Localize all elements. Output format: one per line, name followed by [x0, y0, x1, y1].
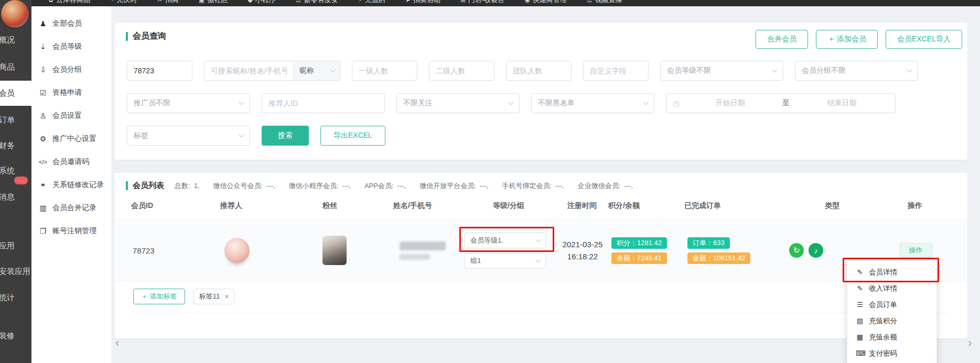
sidebar-item-label: 资格申请 [52, 88, 82, 97]
topbar-item-10[interactable]: ◉快递商管理 [524, 0, 566, 5]
reg-time: 16:18:22 [557, 250, 608, 262]
topbar-item-cloud-stock[interactable]: ✿云库存商品 [48, 0, 90, 5]
sidebar-item-label: 全部会员 [52, 19, 82, 28]
tag-select[interactable]: 标签 [127, 126, 250, 146]
add-member-button[interactable]: ＋ 添加会员 [816, 30, 878, 49]
sidebar-item-member-levels[interactable]: ⇣会员等级 [31, 35, 111, 58]
rail-item-products[interactable]: 商品 [0, 54, 31, 80]
member-group-select[interactable]: 会员分组不限 [795, 61, 918, 81]
member-admin-screen: ✿云库存商品 ◔先决时 ⚑招商 ▣微社区 ◆小程序 ☰新零售发变 ⚡充值的 ➤拍… [0, 0, 980, 363]
rail-item-install-apps[interactable]: 安装应用 [0, 259, 31, 284]
cell-fans [322, 236, 393, 265]
cell-completed-orders: 订单：633 金额：106151.42 [684, 237, 787, 264]
col-reg-time: 注册时间 [556, 201, 608, 211]
menu-item-recharge-balance[interactable]: ▦充值余额 [847, 329, 936, 345]
row-action-button[interactable]: 操作 [900, 243, 932, 258]
topbar-item-6[interactable]: ☰新零售发变 [296, 0, 338, 5]
rail-item-statistics[interactable]: 统计 [0, 285, 31, 310]
rail-item-decoration[interactable]: 装修 [0, 323, 31, 348]
blacklist-select[interactable]: 不限黑名单 [531, 93, 654, 113]
referrer-id-input[interactable] [262, 93, 385, 113]
scroll-left-arrow[interactable]: ‹ [115, 338, 119, 348]
rail-item-members[interactable]: 会员 [0, 81, 31, 106]
rail-item-finance[interactable]: 财务 [0, 133, 31, 158]
topbar-item-9[interactable]: ⊞门店-收银台 [460, 0, 504, 5]
date-to-label: 至 [777, 98, 795, 108]
sidebar-item-label: 推广中心设置 [52, 134, 96, 144]
member-level-select[interactable]: 会员等级不限 [660, 61, 783, 81]
end-date-field[interactable]: 结束日期 [795, 98, 889, 108]
follow-select[interactable]: 不限关注 [396, 93, 520, 113]
bolt-icon: ⚡ [358, 0, 362, 4]
team-count-input[interactable] [506, 61, 572, 81]
remove-tag-icon[interactable]: × [224, 292, 229, 301]
search-input[interactable] [204, 61, 294, 81]
promoter-select[interactable]: 推广员不限 [127, 93, 250, 113]
level1-count-input[interactable] [352, 61, 417, 81]
menu-item-pay-password[interactable]: ⌨支付密码 [847, 345, 936, 361]
menu-item-income-detail[interactable]: ✎收入详情 [847, 280, 936, 296]
search-button[interactable]: 搜索 [262, 126, 309, 146]
list-card-title: 会员列表 [126, 181, 164, 191]
rail-item-messages[interactable]: 消息 [0, 184, 31, 210]
topbar-item-2[interactable]: ◔先决时 [110, 0, 137, 5]
member-id-input[interactable] [127, 61, 192, 81]
row-group-select[interactable]: 组1 [465, 253, 546, 269]
tag-row: ＋ 添加标签 标签11 × [133, 289, 949, 313]
menu-item-member-orders[interactable]: ☰会员订单 [847, 296, 936, 313]
top-navbar-items: ✿云库存商品 ◔先决时 ⚑招商 ▣微社区 ◆小程序 ☰新零售发变 ⚡充值的 ➤拍… [0, 0, 980, 5]
topbar-item-3[interactable]: ⚑招商 [157, 0, 179, 5]
menu-item-member-detail[interactable]: ✎会员详情 [847, 264, 936, 280]
export-excel-button[interactable]: 导出EXCEL [320, 126, 385, 146]
user-avatar[interactable] [1, 0, 29, 28]
members-icon: ♟ [38, 19, 48, 28]
query-card-title: 会员查询 [126, 31, 166, 42]
sidebar-item-promotion-settings[interactable]: ⚙推广中心设置 [31, 127, 111, 150]
add-tag-button[interactable]: ＋ 添加标签 [133, 289, 185, 304]
topbar-item-11[interactable]: ☰视频直播 [587, 0, 622, 5]
merge-members-button[interactable]: 合并会员 [756, 30, 808, 49]
topbar-item-label: 快递商管理 [533, 0, 567, 5]
topbar-item-7[interactable]: ⚡充值的 [358, 0, 385, 5]
rail-item-overview[interactable]: 概况 [0, 27, 31, 52]
sidebar-item-account-cancel[interactable]: ❐账号注销管理 [31, 219, 111, 243]
stat-phone-bound: 手机号绑定会员:---, [502, 181, 564, 191]
search-type-select[interactable]: 昵称 [294, 61, 340, 81]
col-level-group: 等级/分组 [461, 201, 556, 211]
menu-item-recharge-points[interactable]: ▤充值积分 [847, 313, 936, 329]
link-icon: ⚭ [38, 181, 48, 189]
topbar-item-5[interactable]: ◆小程序 [247, 0, 275, 5]
member-group-value: 会员分组不限 [802, 66, 846, 75]
sidebar-item-qualification[interactable]: ☑资格申请 [31, 81, 111, 104]
date-range-picker[interactable]: ◷ 开始日期 至 结束日期 [666, 93, 896, 113]
topbar-item-label: 招商 [165, 0, 179, 5]
excel-import-button[interactable]: 会员EXCEL导入 [886, 30, 962, 49]
rail-item-orders[interactable]: 订单 [0, 107, 31, 133]
chevron-down-icon [907, 68, 912, 73]
scroll-right-arrow[interactable]: › [968, 338, 972, 348]
sidebar-item-all-members[interactable]: ♟全部会员 [31, 12, 111, 35]
sidebar-item-invite-code[interactable]: </>会员邀请码 [31, 150, 111, 173]
start-date-field[interactable]: 开始日期 [683, 98, 777, 108]
chevron-down-icon [772, 68, 778, 73]
fans-avatar[interactable] [322, 236, 347, 265]
col-member-id: 会员ID [131, 201, 220, 211]
custom-field-input[interactable] [583, 61, 649, 81]
topbar-item-8[interactable]: ➤拍卖启动 [405, 0, 440, 5]
col-name-phone: 姓名/手机号 [393, 201, 461, 211]
community-icon: ▣ [199, 0, 204, 4]
table-header: 会员ID 推荐人 粉丝 姓名/手机号 等级/分组 注册时间 积分/余额 已完成订… [114, 201, 967, 211]
list-icon: ☰ [856, 301, 864, 309]
sidebar-item-member-settings[interactable]: ♙会员设置 [31, 104, 111, 127]
referrer-avatar[interactable] [224, 238, 250, 263]
blurred-name [400, 241, 446, 250]
sidebar-item-member-groups[interactable]: ⇩会员分组 [31, 58, 111, 81]
row-level-select[interactable]: 会员等级1. [465, 233, 546, 248]
level2-count-input[interactable] [429, 61, 494, 81]
topbar-item-label: 云库存商品 [56, 0, 90, 5]
rail-item-apps[interactable]: 应用 [0, 233, 31, 258]
topbar-item-4[interactable]: ▣微社区 [199, 0, 228, 5]
sidebar-item-relation-log[interactable]: ⚭关系链修改记录 [31, 173, 111, 196]
cell-member-id: 78723 [131, 246, 220, 255]
sidebar-item-merge-log[interactable]: ▥会员合并记录 [31, 196, 111, 219]
